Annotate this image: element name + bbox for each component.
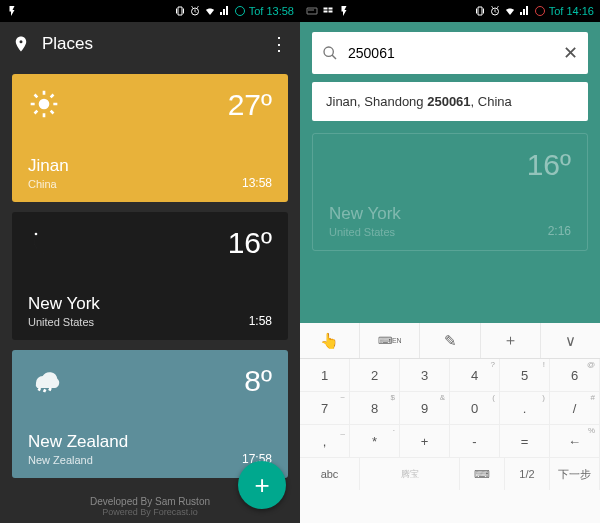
kb-tool-hand[interactable]: 👆 (300, 323, 360, 358)
vibrate-icon (174, 5, 186, 17)
country-name: New Zealand (28, 454, 128, 466)
rain-icon (28, 364, 60, 396)
kb-tool-collapse[interactable]: ∨ (541, 323, 600, 358)
phone-left: Tof 13:58 Places ⋮ 27º Jinan China 13:58 (0, 0, 300, 523)
weather-card-newzealand[interactable]: 8º New Zealand New Zealand 17:58 (12, 350, 288, 478)
kb-key[interactable]: .) (500, 392, 550, 425)
temperature: 16º (527, 148, 571, 182)
moon-icon (329, 148, 361, 180)
weather-card-newyork[interactable]: 16º New York United States 1:58 (12, 212, 288, 340)
kb-key[interactable]: - (450, 425, 500, 458)
kb-key[interactable]: + (400, 425, 450, 458)
temperature: 27º (228, 88, 272, 122)
kb-key[interactable]: = (500, 425, 550, 458)
kb-mic[interactable]: ⌨ (460, 458, 505, 490)
local-time: 13:58 (242, 176, 272, 190)
keyboard-bottom-row: abc 腾宝 ⌨ 1/2 下一步 (300, 458, 600, 490)
phone-right: Tof 14:16 ✕ Jinan, Shandong 250061, Chin… (300, 0, 600, 523)
battery-icon (234, 5, 246, 17)
kb-key[interactable]: 2 (350, 359, 400, 392)
kb-tool-pen[interactable]: ✎ (420, 323, 480, 358)
svg-rect-10 (324, 11, 328, 13)
keyboard-grid: 1234?5!6@7~8$9&0(.)/#,_*·+-=←% (300, 359, 600, 458)
svg-rect-6 (311, 10, 312, 11)
svg-rect-4 (307, 8, 317, 14)
bolt-icon (6, 5, 18, 17)
vibrate-icon (474, 5, 486, 17)
kb-key[interactable]: 9& (400, 392, 450, 425)
pin-icon (12, 35, 30, 53)
search-input[interactable] (348, 45, 553, 61)
kb-key[interactable]: 3 (400, 359, 450, 392)
svg-rect-5 (309, 10, 310, 11)
cards-list: 27º Jinan China 13:58 16º New York Unite… (0, 66, 300, 486)
kb-abc[interactable]: abc (300, 458, 360, 490)
kb-key[interactable]: 8$ (350, 392, 400, 425)
search-box[interactable]: ✕ (312, 32, 588, 74)
suggestion-pre: Jinan, Shandong (326, 94, 427, 109)
kb-key[interactable]: ←% (550, 425, 600, 458)
svg-rect-8 (324, 8, 328, 10)
svg-rect-7 (313, 10, 314, 11)
svg-rect-9 (329, 8, 333, 10)
svg-point-14 (324, 47, 333, 56)
kb-key[interactable]: ,_ (300, 425, 350, 458)
kb-key[interactable]: 5! (500, 359, 550, 392)
local-time: 1:58 (249, 314, 272, 328)
alarm-icon (189, 5, 201, 17)
svg-point-3 (35, 233, 38, 236)
weather-card-jinan[interactable]: 27º Jinan China 13:58 (12, 74, 288, 202)
kb-space[interactable]: 腾宝 (360, 458, 460, 490)
clear-search-button[interactable]: ✕ (563, 42, 578, 64)
kb-key[interactable]: 4? (450, 359, 500, 392)
sun-icon (28, 88, 60, 120)
temperature: 16º (228, 226, 272, 260)
city-name: New Zealand (28, 432, 128, 452)
city-name: New York (28, 294, 100, 314)
country-name: United States (28, 316, 100, 328)
country-name: United States (329, 226, 401, 238)
wifi-icon (504, 5, 516, 17)
keyboard: 👆 ⌨EN ✎ ＋ ∨ 1234?5!6@7~8$9&0(.)/#,_*·+-=… (300, 323, 600, 523)
kb-key[interactable]: /# (550, 392, 600, 425)
alarm-icon (489, 5, 501, 17)
status-time: Tof 13:58 (249, 5, 294, 17)
status-time: Tof 14:16 (549, 5, 594, 17)
search-suggestion[interactable]: Jinan, Shandong 250061, China (312, 82, 588, 121)
suggestion-post: , China (471, 94, 512, 109)
moon-icon (28, 226, 60, 258)
suggestion-bold: 250061 (427, 94, 470, 109)
search-icon (322, 45, 338, 61)
kb-key[interactable]: 0( (450, 392, 500, 425)
add-place-fab[interactable]: + (238, 461, 286, 509)
keyboard-indicator-icon (306, 5, 318, 17)
local-time: 2:16 (548, 224, 571, 238)
wall-icon (322, 5, 334, 17)
status-bar: Tof 13:58 (0, 0, 300, 22)
country-name: China (28, 178, 69, 190)
kb-page[interactable]: 1/2 (505, 458, 550, 490)
kb-key[interactable]: 6@ (550, 359, 600, 392)
kb-tool-plus[interactable]: ＋ (481, 323, 541, 358)
kb-key[interactable]: *· (350, 425, 400, 458)
keyboard-toolbar: 👆 ⌨EN ✎ ＋ ∨ (300, 323, 600, 359)
svg-point-13 (535, 7, 544, 16)
status-bar: Tof 14:16 (300, 0, 600, 22)
temperature: 8º (244, 364, 272, 398)
wifi-icon (204, 5, 216, 17)
kb-key[interactable]: 7~ (300, 392, 350, 425)
footer-line2: Powered By Forecast.io (0, 507, 300, 517)
battery-icon (534, 5, 546, 17)
bolt-icon (338, 5, 350, 17)
app-bar: Places ⋮ (0, 22, 300, 66)
overflow-menu-button[interactable]: ⋮ (270, 33, 288, 55)
kb-tool-ime[interactable]: ⌨EN (360, 323, 420, 358)
svg-point-2 (39, 99, 50, 110)
svg-rect-11 (329, 11, 333, 13)
kb-key[interactable]: 1 (300, 359, 350, 392)
kb-next[interactable]: 下一步 (550, 458, 600, 490)
city-name: New York (329, 204, 401, 224)
ghost-weather-card: 16º New York United States 2:16 (312, 133, 588, 251)
svg-point-1 (235, 7, 244, 16)
signal-icon (519, 5, 531, 17)
